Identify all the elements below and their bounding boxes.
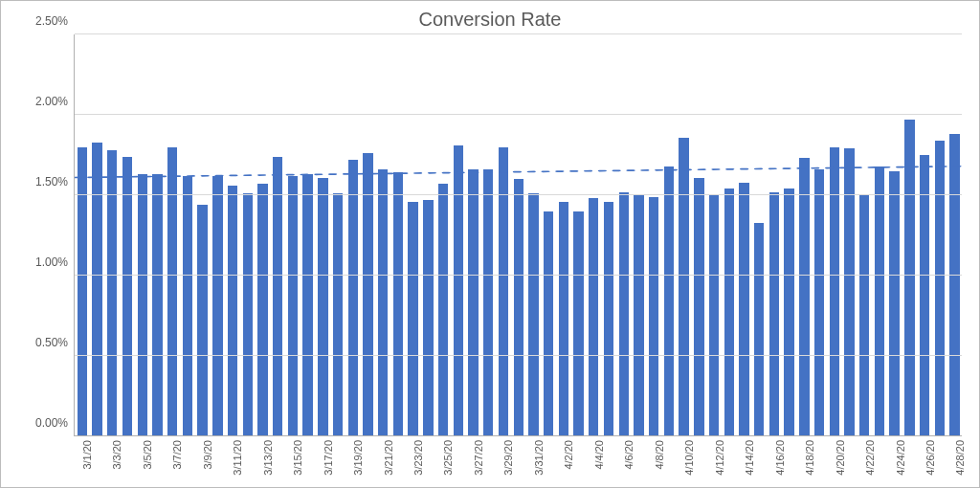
bar (724, 189, 734, 436)
x-tick-slot (570, 436, 586, 484)
x-tick-slot (239, 436, 255, 484)
x-tick-slot (782, 436, 797, 484)
gridline (75, 275, 962, 276)
bar (363, 153, 372, 436)
bar (904, 120, 914, 436)
x-tick-slot (480, 436, 496, 484)
bar-slot (586, 34, 601, 436)
bar-slot (451, 34, 466, 436)
bar (528, 193, 538, 436)
x-tick-slot (631, 436, 646, 484)
bars-group (75, 34, 962, 436)
gridline (75, 33, 962, 34)
bar (875, 166, 884, 436)
x-axis: 3/1/203/3/203/5/203/7/203/9/203/11/203/1… (74, 436, 962, 484)
x-tick-slot: 4/2/20 (556, 436, 571, 484)
y-tick-label: 0.00% (35, 416, 68, 430)
y-axis: 0.00%0.50%1.00%1.50%2.00%2.50% (18, 34, 74, 436)
x-tick-slot: 4/8/20 (646, 436, 661, 484)
bar (348, 160, 358, 436)
bar (408, 202, 417, 436)
bar (499, 147, 508, 436)
x-tick-slot (420, 436, 435, 484)
x-tick-slot (149, 436, 165, 484)
bar (423, 200, 433, 436)
bar (514, 179, 523, 436)
bar (197, 205, 207, 436)
x-tick-slot: 4/6/20 (615, 436, 631, 484)
x-tick-slot (661, 436, 677, 484)
bar (949, 134, 959, 436)
bar-slot (316, 34, 331, 436)
bar-slot (706, 34, 722, 436)
bar-slot (872, 34, 887, 436)
x-tick-slot: 3/31/20 (525, 436, 541, 484)
bar-slot (857, 34, 872, 436)
bar-slot (104, 34, 120, 436)
x-tick-slot: 4/18/20 (796, 436, 812, 484)
bar (754, 223, 764, 436)
bar (243, 193, 253, 436)
chart-container: Conversion Rate 0.00%0.50%1.00%1.50%2.00… (0, 0, 980, 488)
bar-slot (256, 34, 271, 436)
x-tick-slot (841, 436, 857, 484)
bar-slot (842, 34, 858, 436)
bar-slot (932, 34, 947, 436)
bar-slot (375, 34, 390, 436)
bar-slot (301, 34, 316, 436)
bar (739, 183, 748, 436)
x-tick-slot (722, 436, 737, 484)
bar-slot (406, 34, 421, 436)
x-tick-slot: 3/1/20 (74, 436, 89, 484)
bar-slot (917, 34, 932, 436)
bar-slot (270, 34, 285, 436)
bar-slot (435, 34, 451, 436)
bar (559, 202, 568, 436)
bar-slot (285, 34, 301, 436)
bar-slot (751, 34, 767, 436)
x-tick-slot: 4/28/20 (947, 436, 963, 484)
x-tick-slot: 3/9/20 (194, 436, 210, 484)
chart-title: Conversion Rate (18, 9, 962, 31)
bar-slot (330, 34, 345, 436)
x-tick-slot: 3/13/20 (255, 436, 270, 484)
bar (393, 172, 403, 436)
bar-slot (947, 34, 963, 436)
bar (454, 145, 463, 436)
gridline (75, 114, 962, 115)
x-tick-slot: 4/14/20 (736, 436, 751, 484)
x-tick-slot (179, 436, 194, 484)
bar (152, 174, 162, 436)
bar (769, 192, 779, 436)
bar-slot (496, 34, 511, 436)
x-tick-slot (360, 436, 375, 484)
bar (378, 169, 388, 436)
bar (679, 138, 688, 436)
x-tick-slot (601, 436, 616, 484)
x-tick-slot (751, 436, 767, 484)
x-tick-slot: 3/11/20 (224, 436, 239, 484)
bar-slot (722, 34, 737, 436)
x-tick-slot: 4/20/20 (827, 436, 842, 484)
y-tick-label: 2.50% (35, 14, 68, 28)
x-tick-slot (691, 436, 706, 484)
bar (288, 176, 298, 436)
gridline (75, 355, 962, 356)
bar-slot (767, 34, 782, 436)
bar-slot (887, 34, 902, 436)
y-tick-label: 0.50% (35, 336, 68, 349)
x-tick-slot (390, 436, 405, 484)
bar (709, 195, 719, 436)
x-tick-slot (329, 436, 345, 484)
x-tick-slot: 3/7/20 (164, 436, 179, 484)
bar-slot (421, 34, 436, 436)
bar (78, 147, 87, 436)
bar (302, 174, 312, 436)
bar-slot (90, 34, 105, 436)
bar-slot (361, 34, 376, 436)
bar (859, 195, 869, 436)
bar-slot (601, 34, 616, 436)
bar (589, 198, 598, 436)
gridline (75, 194, 962, 195)
bar-slot (556, 34, 571, 436)
